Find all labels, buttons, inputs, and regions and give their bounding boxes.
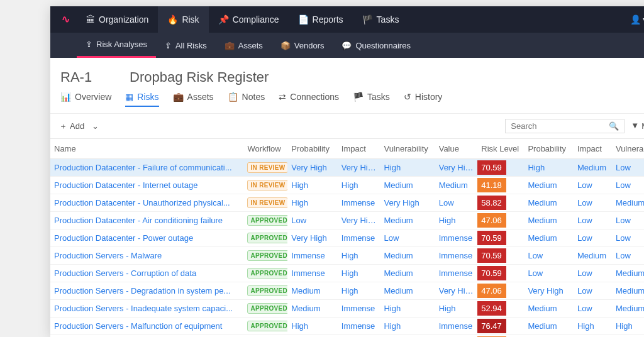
risk-level-cell: 70.59 xyxy=(477,265,524,282)
nav2-item-risk-analyses[interactable]: ⇪Risk Analyses xyxy=(77,33,156,58)
impact2-cell: Low xyxy=(574,194,612,212)
risk-name[interactable]: Production Datacenter - Internet outage xyxy=(50,177,243,194)
table-row[interactable]: Production Datacenter - Internet outageI… xyxy=(50,177,644,194)
app-logo: ∿ xyxy=(54,14,77,25)
nav2-item-assets[interactable]: 💼Assets xyxy=(216,33,272,58)
prob2-cell: Low xyxy=(524,247,574,265)
add-button[interactable]: ＋Add ⌄ xyxy=(59,121,99,131)
impact-cell: High xyxy=(338,247,380,265)
prob2-cell: Medium xyxy=(524,300,574,318)
risk-name[interactable]: Production Servers - Degradation in syst… xyxy=(50,282,243,300)
risk-level-badge: 76.47 xyxy=(477,319,506,333)
table-row[interactable]: Production Datacenter - Power outageAPPR… xyxy=(50,229,644,247)
nav-icon: 🏴 xyxy=(362,15,373,24)
workflow-tag: APPROVED xyxy=(247,303,287,314)
col-header[interactable]: Probability xyxy=(287,139,338,159)
prob-cell: High xyxy=(287,177,338,194)
prob2-cell: Low xyxy=(524,265,574,282)
nav-icon: ⇪ xyxy=(165,41,172,50)
prob-cell: Immense xyxy=(287,265,338,282)
table-row[interactable]: Production Datacenter - Failure of commu… xyxy=(50,159,644,177)
col-header[interactable]: Workflow xyxy=(243,139,287,159)
vuln-cell: Medium xyxy=(380,177,435,194)
table-row[interactable]: Production Servers - Power outageAPPROVE… xyxy=(50,335,644,338)
nav1-item-compliance[interactable]: 📌Compliance xyxy=(209,6,289,33)
vuln2-cell: Medium xyxy=(612,282,644,300)
tab-overview[interactable]: 📊Overview xyxy=(60,92,111,107)
funnel-icon: ▼ xyxy=(631,121,639,131)
col-header[interactable]: Name xyxy=(50,139,243,159)
prob-cell: Very High xyxy=(287,159,338,177)
search-box[interactable]: 🔍 xyxy=(505,119,625,133)
impact-cell: Immense xyxy=(338,318,380,335)
nav1-item-risk[interactable]: 🔥Risk xyxy=(158,6,208,33)
nav2-item-all-risks[interactable]: ⇪All Risks xyxy=(156,33,216,58)
risk-name[interactable]: Production Servers - Corruption of data xyxy=(50,265,243,282)
nav1-item-organization[interactable]: 🏛Organization xyxy=(77,6,158,33)
tab-tasks[interactable]: 🏴Tasks xyxy=(353,92,390,107)
col-header[interactable]: Impact xyxy=(574,139,612,159)
risk-name[interactable]: Production Datacenter - Air conditioning… xyxy=(50,212,243,229)
search-input[interactable] xyxy=(511,121,599,131)
nav2-item-vendors[interactable]: 📦Vendors xyxy=(272,33,333,58)
prob2-cell: Very High xyxy=(524,282,574,300)
chevron-down-icon: ⌄ xyxy=(92,122,99,130)
table-row[interactable]: Production Datacenter - Air conditioning… xyxy=(50,212,644,229)
risk-name[interactable]: Production Datacenter - Unauthorized phy… xyxy=(50,194,243,212)
primary-nav: ∿ 🏛Organization🔥Risk📌Compliance📄Reports🏴… xyxy=(50,6,644,33)
vuln-cell: Very High xyxy=(380,194,435,212)
risk-level-badge: 70.59 xyxy=(477,248,506,263)
tab-history[interactable]: ↺History xyxy=(404,92,443,107)
tab-risks[interactable]: ▦Risks xyxy=(125,92,158,107)
nav1-item-reports[interactable]: 📄Reports xyxy=(289,6,353,33)
workflow-cell: IN REVIEW xyxy=(243,177,287,194)
prob2-cell: Medium xyxy=(524,229,574,247)
vuln-cell: High xyxy=(380,318,435,335)
tab-assets[interactable]: 💼Assets xyxy=(173,92,214,107)
risk-level-cell: 41.18 xyxy=(477,177,524,194)
user-menu[interactable]: 👤▾ xyxy=(624,15,644,24)
vuln2-cell: Low xyxy=(612,229,644,247)
risk-level-cell: 76.47 xyxy=(477,318,524,335)
risk-name[interactable]: Production Servers - Inadequate system c… xyxy=(50,300,243,318)
table-row[interactable]: Production Servers - Corruption of dataA… xyxy=(50,265,644,282)
table-row[interactable]: Production Servers - Degradation in syst… xyxy=(50,282,644,300)
risk-name[interactable]: Production Datacenter - Failure of commu… xyxy=(50,159,243,177)
value-cell: Very High xyxy=(435,159,478,177)
tab-icon: ▦ xyxy=(125,92,133,101)
filter-button[interactable]: ▼M xyxy=(631,121,644,131)
col-header[interactable]: Vulnerability xyxy=(380,139,435,159)
col-header[interactable]: Vulnerabili xyxy=(612,139,644,159)
vuln2-cell: Medium xyxy=(612,300,644,318)
table-row[interactable]: Production Datacenter - Unauthorized phy… xyxy=(50,194,644,212)
risk-name[interactable]: Production Servers - Malware xyxy=(50,247,243,265)
nav-icon: 🏛 xyxy=(86,15,95,24)
col-header[interactable]: Probability xyxy=(524,139,574,159)
search-icon: 🔍 xyxy=(609,122,619,130)
tab-icon: ↺ xyxy=(404,92,411,101)
vuln2-cell: Low xyxy=(612,247,644,265)
workflow-tag: APPROVED xyxy=(247,268,287,279)
vuln2-cell: High xyxy=(612,318,644,335)
risk-name[interactable]: Production Servers - Power outage xyxy=(50,335,243,338)
tab-connections[interactable]: ⇄Connections xyxy=(279,92,339,107)
tab-notes[interactable]: 📋Notes xyxy=(228,92,265,107)
nav1-item-tasks[interactable]: 🏴Tasks xyxy=(353,6,409,33)
table-row[interactable]: Production Servers - MalwareAPPROVEDImme… xyxy=(50,247,644,265)
impact2-cell: Low xyxy=(574,177,612,194)
prob2-cell: High xyxy=(524,159,574,177)
risk-name[interactable]: Production Datacenter - Power outage xyxy=(50,229,243,247)
nav2-item-questionnaires[interactable]: 💬Questionnaires xyxy=(333,33,419,58)
table-row[interactable]: Production Servers - Inadequate system c… xyxy=(50,300,644,318)
col-header[interactable]: Risk Level xyxy=(477,139,524,159)
risk-name[interactable]: Production Servers - Malfunction of equi… xyxy=(50,318,243,335)
impact2-cell: High xyxy=(574,335,612,338)
col-header[interactable]: Impact xyxy=(338,139,380,159)
col-header[interactable]: Value xyxy=(435,139,478,159)
risk-level-cell: 52.94 xyxy=(477,300,524,318)
risk-level-badge: 47.06 xyxy=(477,284,506,298)
tab-icon: 🏴 xyxy=(353,92,364,101)
value-cell: Very High xyxy=(435,282,478,300)
table-row[interactable]: Production Servers - Malfunction of equi… xyxy=(50,318,644,335)
nav-icon: ⇪ xyxy=(86,40,92,48)
